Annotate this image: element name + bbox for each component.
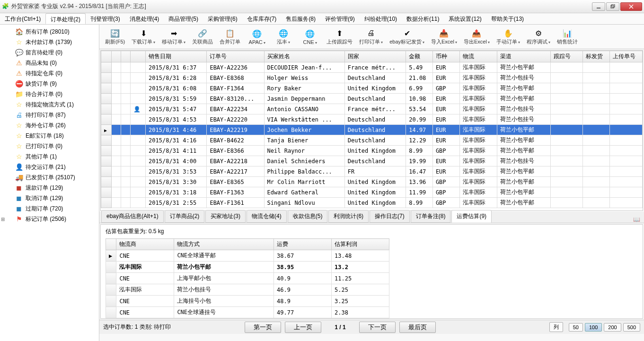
sidebar-item-0[interactable]: 🏠所有订单 (28010) xyxy=(0,26,99,37)
menu-item-11[interactable]: 系统设置(12) xyxy=(444,13,486,24)
col-header[interactable] xyxy=(111,51,121,62)
menu-item-7[interactable]: 售后服务(8) xyxy=(281,13,320,24)
maximize-button[interactable] xyxy=(606,2,619,11)
menu-item-9[interactable]: 纠纷处理(10) xyxy=(360,13,402,24)
page-size-500[interactable]: 500 xyxy=(623,323,640,332)
detail-tab-0[interactable]: ebay商品信息(Alt+1) xyxy=(101,210,164,223)
order-grid-wrap[interactable]: 销售日期订单号买家姓名国家金额币种物流渠道跟踪号标发货上传单号2015/8/31… xyxy=(100,50,643,211)
toolbar-btn-4[interactable]: 📋合并订单 xyxy=(217,27,243,46)
menu-item-2[interactable]: 刊登管理(3) xyxy=(86,13,125,24)
menu-item-8[interactable]: 评价管理(9) xyxy=(320,13,360,24)
last-page-button[interactable]: 最后页 xyxy=(399,322,436,333)
toolbar-btn-2[interactable]: ➡移动订单▾ xyxy=(159,27,188,46)
next-page-button[interactable]: 下一页 xyxy=(359,322,396,333)
detail-tab-3[interactable]: 物流仓储(4) xyxy=(247,210,287,223)
ship-row[interactable]: CNE上海挂号小包48.93.25 xyxy=(106,296,389,307)
sidebar-item-17[interactable]: ◼过期订单 (720) xyxy=(0,203,99,214)
toolbar-btn-7[interactable]: 🌐CNE▾ xyxy=(297,28,323,46)
sidebar-item-13[interactable]: 👤待交运订单 (21) xyxy=(0,162,99,172)
menu-item-12[interactable]: 帮助关于(13) xyxy=(486,13,529,24)
col-header[interactable] xyxy=(121,51,130,62)
detail-tab-4[interactable]: 收款信息(5) xyxy=(288,210,328,223)
ship-row[interactable]: CNE上海平邮小包40.911.25 xyxy=(106,273,389,284)
sidebar-item-7[interactable]: ☆待指定物流方式 (1) xyxy=(0,99,99,110)
col-header[interactable]: 订单号 xyxy=(207,51,264,62)
table-row[interactable]: 2015/8/31 4:16EBAY-B4622Tanja BienerDeut… xyxy=(101,135,643,146)
table-row[interactable]: 2015/8/31 5:59EBAY-83120...Jasmin Depper… xyxy=(101,94,643,104)
sidebar-item-3[interactable]: ⚠商品未知 (0) xyxy=(0,58,99,68)
toolbar-btn-13[interactable]: ✋手动订单▾ xyxy=(494,27,523,46)
detail-tab-7[interactable]: 订单备注(8) xyxy=(411,210,451,223)
ship-row[interactable]: CNECNE全球通挂号49.772.38 xyxy=(106,307,389,318)
prev-page-button[interactable]: 上一页 xyxy=(285,322,321,333)
toolbar-btn-9[interactable]: 🖨打印订单▾ xyxy=(356,27,386,46)
menu-item-4[interactable]: 商品管理(5) xyxy=(164,13,203,24)
toolbar-btn-0[interactable]: 🔄刷新(F5) xyxy=(102,27,128,46)
detail-tab-5[interactable]: 利润统计(6) xyxy=(328,210,369,223)
page-size-50[interactable]: 50 xyxy=(569,323,583,332)
table-row[interactable]: 2015/8/31 3:18EBAY-F1363Edward GatheralU… xyxy=(101,187,643,198)
sidebar-item-12[interactable]: ☆其他订单 (1) xyxy=(0,151,99,162)
table-row[interactable]: 👤2015/8/31 5:47EBAY-A22234Antonio CASSAN… xyxy=(101,104,643,114)
sidebar-item-5[interactable]: ⛔缺货订单 (9) xyxy=(0,79,99,89)
col-header[interactable]: 物流 xyxy=(459,51,497,62)
col-header[interactable]: 买家姓名 xyxy=(264,51,344,62)
menu-item-10[interactable]: 数据分析(11) xyxy=(402,13,444,24)
table-row[interactable]: 2015/8/31 6:28EBAY-E8368Holger WeissDeut… xyxy=(101,73,643,83)
sidebar-item-10[interactable]: ☆E邮宝订单 (18) xyxy=(0,131,99,141)
detail-tab-6[interactable]: 操作日志(7) xyxy=(370,210,410,223)
menu-item-1[interactable]: 订单处理(2) xyxy=(45,13,86,24)
sidebar-item-11[interactable]: ☆已打印订单 (0) xyxy=(0,141,99,151)
toolbar-btn-1[interactable]: ⬇下载订单▾ xyxy=(129,27,158,46)
sidebar-item-6[interactable]: 📁待合并订单 (0) xyxy=(0,89,99,99)
menu-item-3[interactable]: 消息处理(4) xyxy=(125,13,164,24)
table-row[interactable]: 2015/8/31 2:55EBAY-F1361Singani NdlovuUn… xyxy=(101,198,643,208)
col-header[interactable]: 上传单号 xyxy=(609,51,642,62)
col-header[interactable] xyxy=(131,51,146,62)
ship-row[interactable]: ▶CNECNE全球通平邮38.6713.48 xyxy=(106,250,389,262)
toolbar-btn-14[interactable]: ⚙程序调试▾ xyxy=(524,27,553,46)
table-row[interactable]: 2015/8/31 6:37EBAY-A22236DECOUDIER Jean-… xyxy=(101,62,643,73)
toolbar-btn-12[interactable]: 📤导出Excel▾ xyxy=(461,27,493,46)
detail-tab-1[interactable]: 订单商品(2) xyxy=(165,210,205,223)
table-row[interactable]: 2015/8/31 6:08EBAY-F1364Rory BakerUnited… xyxy=(101,83,643,94)
page-size-200[interactable]: 200 xyxy=(604,323,621,332)
toolbar-btn-6[interactable]: 🌐泓丰▾ xyxy=(271,27,296,46)
col-header[interactable]: 渠道 xyxy=(497,51,550,62)
menu-item-6[interactable]: 仓库库存(7) xyxy=(242,13,282,24)
toolbar-btn-5[interactable]: 🌐APAC▾ xyxy=(244,28,270,46)
table-row[interactable]: 2015/8/31 4:53EBAY-A22220VIA Werkstätten… xyxy=(101,114,643,125)
sidebar-item-8[interactable]: 🖨待打印订单 (87) xyxy=(0,110,99,120)
toolbar-btn-8[interactable]: ⬆上传跟踪号 xyxy=(324,27,355,46)
sidebar-item-4[interactable]: ⚠待指定仓库 (0) xyxy=(0,68,99,79)
book-icon[interactable]: 📖 xyxy=(633,216,640,223)
minimize-button[interactable] xyxy=(592,2,605,11)
sidebar-item-16[interactable]: ◼取消订单 (129) xyxy=(0,193,99,203)
toolbar-btn-3[interactable]: 🔗关联商品 xyxy=(189,27,216,46)
ship-col-header[interactable]: 物流商 xyxy=(116,239,174,250)
sidebar-item-1[interactable]: ☆未付款订单 (1739) xyxy=(0,37,99,47)
col-header[interactable]: 销售日期 xyxy=(146,51,207,62)
detail-tab-8[interactable]: 运费估算(9) xyxy=(451,210,492,223)
expander-icon[interactable]: ⊞ xyxy=(1,217,7,222)
sidebar-item-14[interactable]: 🚚已发货订单 (25107) xyxy=(0,172,99,183)
col-header[interactable] xyxy=(101,51,112,62)
col-header[interactable]: 金额 xyxy=(406,51,433,62)
col-header[interactable]: 国家 xyxy=(344,51,406,62)
toolbar-btn-11[interactable]: 📥导入Excel▾ xyxy=(428,27,460,46)
toolbar-btn-15[interactable]: 📊销售统计 xyxy=(554,27,581,46)
list-label[interactable]: 列 xyxy=(549,322,563,332)
ship-row[interactable]: 泓丰国际荷兰小包挂号46.95.25 xyxy=(106,284,389,296)
table-row[interactable]: 2015/8/31 4:00EBAY-A22218Daniel Schniede… xyxy=(101,156,643,166)
page-size-100[interactable]: 100 xyxy=(585,323,602,332)
sidebar-item-2[interactable]: 💬留言待处理 (0) xyxy=(0,47,99,58)
detail-tab-2[interactable]: 买家地址(3) xyxy=(205,210,246,223)
col-header[interactable]: 币种 xyxy=(432,51,459,62)
first-page-button[interactable]: 第一页 xyxy=(245,322,281,333)
ship-col-header[interactable]: 估算利润 xyxy=(331,239,389,250)
menu-item-5[interactable]: 采购管理(6) xyxy=(203,13,242,24)
ship-row[interactable]: 泓丰国际荷兰小包平邮38.9513.2 xyxy=(106,262,389,273)
table-row[interactable]: ▶2015/8/31 4:46EBAY-A22219Jochen BekkerD… xyxy=(101,125,643,135)
sidebar-item-18[interactable]: ⊞⚑标记订单 (2506) xyxy=(0,214,99,224)
table-row[interactable]: 2015/8/31 3:30EBAY-E8365Mr Colin Marriot… xyxy=(101,177,643,187)
